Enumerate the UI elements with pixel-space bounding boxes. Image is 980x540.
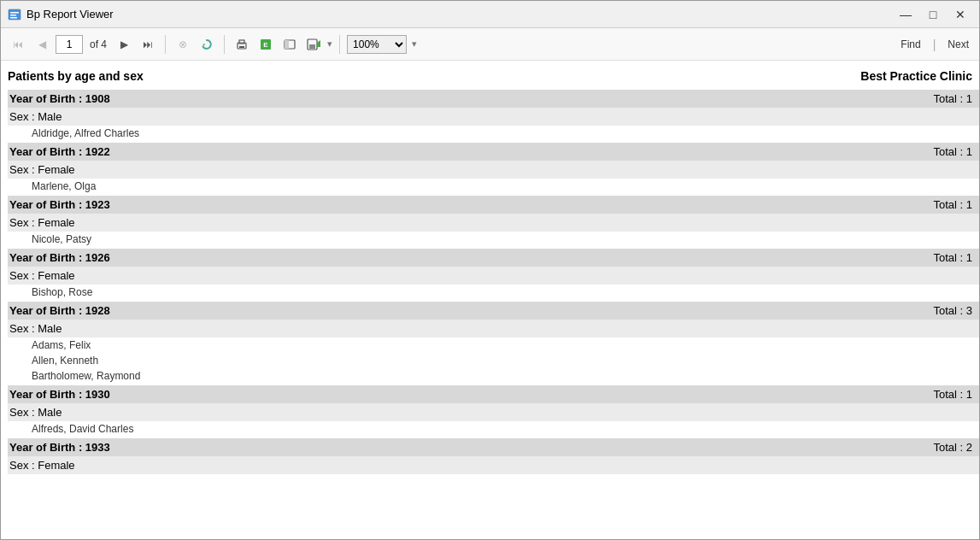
- view-icon: [284, 38, 296, 50]
- svg-marker-14: [317, 40, 320, 47]
- clinic-name: Best Practice Clinic: [860, 69, 972, 83]
- year-header: Year of Birth : 1908Total : 1: [8, 90, 979, 108]
- patient-row: Aldridge, Alfred Charles: [8, 126, 979, 141]
- sex-row: Sex : Male: [8, 108, 979, 126]
- patient-row: Bartholomew, Raymond: [8, 368, 979, 384]
- report-container: Patients by age and sex Best Practice Cl…: [1, 61, 979, 540]
- year-label: Year of Birth : 1908: [9, 92, 110, 105]
- first-page-button[interactable]: ⏮: [8, 34, 28, 55]
- print-button[interactable]: [232, 34, 252, 55]
- toolbar: ⏮ ◀ 1 of 4 ▶ ⏭ ⊗ E: [1, 28, 979, 61]
- print-icon: [236, 38, 248, 50]
- toolbar-separator-2: [224, 35, 225, 54]
- sex-row: Sex : Female: [8, 214, 979, 232]
- year-label: Year of Birth : 1923: [9, 198, 110, 211]
- maximize-button[interactable]: □: [921, 5, 945, 24]
- page-number-input[interactable]: 1: [56, 35, 83, 54]
- next-page-button[interactable]: ▶: [114, 34, 134, 55]
- year-total: Total : 1: [801, 92, 972, 105]
- prev-page-button[interactable]: ◀: [32, 34, 52, 55]
- year-total: Total : 3: [801, 304, 972, 317]
- report-content[interactable]: Patients by age and sex Best Practice Cl…: [1, 61, 979, 540]
- year-label: Year of Birth : 1928: [9, 304, 110, 317]
- year-label: Year of Birth : 1922: [9, 145, 110, 158]
- export-button[interactable]: E: [255, 34, 276, 55]
- svg-rect-11: [285, 40, 289, 49]
- year-total: Total : 1: [801, 198, 972, 211]
- year-header: Year of Birth : 1928Total : 3: [8, 302, 979, 320]
- next-button[interactable]: Next: [944, 37, 972, 52]
- title-bar: Bp Report Viewer — □ ✕: [1, 1, 979, 28]
- save-dropdown-arrow[interactable]: ▾: [327, 38, 332, 50]
- year-header: Year of Birth : 1923Total : 1: [8, 196, 979, 214]
- year-total: Total : 1: [801, 145, 972, 158]
- svg-rect-13: [309, 44, 315, 49]
- last-page-button[interactable]: ⏭: [138, 34, 158, 55]
- year-total: Total : 1: [801, 388, 972, 401]
- app-title: Bp Report Viewer: [26, 8, 114, 21]
- year-total: Total : 2: [801, 441, 972, 454]
- export-icon: E: [260, 38, 272, 50]
- minimize-button[interactable]: —: [894, 5, 918, 24]
- toolbar-separator-3: [339, 35, 340, 54]
- find-separator: |: [933, 38, 936, 51]
- close-button[interactable]: ✕: [948, 5, 972, 24]
- section-spacer: [8, 474, 979, 476]
- year-total: Total : 1: [801, 251, 972, 264]
- svg-rect-3: [10, 17, 17, 19]
- year-header: Year of Birth : 1922Total : 1: [8, 143, 979, 161]
- svg-rect-2: [10, 15, 16, 16]
- report-title: Patients by age and sex: [8, 69, 144, 83]
- sex-row: Sex : Female: [8, 267, 979, 285]
- year-header: Year of Birth : 1926Total : 1: [8, 249, 979, 267]
- sex-row: Sex : Female: [8, 456, 979, 474]
- toolbar-separator-1: [165, 35, 166, 54]
- year-header: Year of Birth : 1933Total : 2: [8, 438, 979, 456]
- patient-row: Adams, Felix: [8, 338, 979, 353]
- save-icon: [307, 38, 320, 50]
- patient-row: Allen, Kenneth: [8, 353, 979, 368]
- svg-rect-6: [239, 40, 244, 44]
- sex-row: Sex : Male: [8, 320, 979, 338]
- patient-row: Marlene, Olga: [8, 179, 979, 194]
- report-header: Patients by age and sex Best Practice Cl…: [8, 68, 979, 88]
- svg-rect-7: [239, 46, 244, 48]
- title-bar-left: Bp Report Viewer: [8, 8, 114, 21]
- sex-row: Sex : Female: [8, 161, 979, 179]
- year-header: Year of Birth : 1930Total : 1: [8, 385, 979, 403]
- app-icon: [8, 8, 21, 21]
- view-button[interactable]: [279, 34, 300, 55]
- year-label: Year of Birth : 1933: [9, 441, 110, 454]
- patient-row: Alfreds, David Charles: [8, 421, 979, 437]
- svg-rect-1: [10, 12, 19, 14]
- year-label: Year of Birth : 1926: [9, 251, 110, 264]
- page-of-label: of 4: [90, 38, 107, 50]
- patient-row: Bishop, Rose: [8, 285, 979, 300]
- window-controls: — □ ✕: [894, 5, 972, 24]
- stop-button[interactable]: ⊗: [173, 34, 193, 55]
- zoom-dropdown-arrow[interactable]: ▾: [412, 38, 417, 50]
- year-groups-container: Year of Birth : 1908Total : 1Sex : MaleA…: [8, 90, 979, 476]
- year-label: Year of Birth : 1930: [9, 388, 110, 401]
- save-button[interactable]: [303, 34, 324, 55]
- patient-row: Nicole, Patsy: [8, 232, 979, 247]
- zoom-select[interactable]: 100% 75% 150% 200%: [347, 35, 407, 54]
- sex-row: Sex : Male: [8, 403, 979, 421]
- refresh-button[interactable]: [197, 34, 217, 55]
- find-button[interactable]: Find: [897, 37, 924, 52]
- refresh-icon: [201, 38, 213, 50]
- svg-text:E: E: [263, 41, 268, 49]
